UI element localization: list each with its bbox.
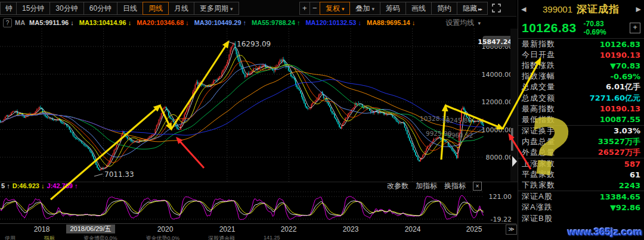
period-button-7[interactable]: 更多周期▾ [194,2,239,15]
add-indicator-button[interactable]: 加指标 [416,181,437,191]
x-tick-2023: 2023 [343,225,359,233]
tool-button-5[interactable]: 画线 [406,2,432,15]
indicator-name: MA [15,19,25,26]
period-button-6[interactable]: 月线 [169,2,194,15]
kdj-tools: 改参数 加指标 换指标 × [387,181,482,191]
prev-stock-icon[interactable]: ◀ [521,5,526,13]
add-to-watchlist-button[interactable]: + [630,23,640,33]
kdj-axis-labels: 121.00-19.22 [489,193,512,223]
quote-label: 最低指数 [522,114,555,125]
svg-text:8000.00: 8000.00 [486,154,513,161]
tool-button-0[interactable]: + [299,2,310,15]
kdj-panel[interactable]: 121.00-19.22 [0,190,518,223]
quote-row-15: 深A涨跌▼92.86 [518,202,644,213]
kdj-k-value: 5 ↑ [1,182,10,189]
quote-row-13: 下跌家数2243 [518,180,644,191]
tool-button-2[interactable]: 复权▾ [320,2,351,15]
change-percent: -0.69% [584,28,606,36]
price-change: -70.83 -0.69% [584,20,606,36]
quote-value: 2243 [619,181,640,190]
quote-label: 深证B股 [522,213,553,224]
quote-value: 10190.13 [600,51,640,60]
period-button-3[interactable]: 60分钟 [84,2,117,15]
grid-lines [0,29,484,182]
quote-value: -0.69% [611,72,641,81]
quote-sidebar: ◀ 399001 深证成指 ▶ 10126.83 -70.83 -0.69% +… [518,0,644,240]
ma-settings-button[interactable]: 设置均线 ▾ [445,18,481,28]
svg-text:121.00: 121.00 [489,193,512,201]
quote-label: 平盘家数 [522,169,555,180]
ma-value-ma5: MA5:9911.96 ↓ [29,19,74,26]
tool-button-3[interactable]: 叠加▾ [350,2,380,15]
svg-text:10000.00: 10000.00 [482,126,513,134]
quote-label: 最高指数 [522,104,555,114]
quote-row-14: 深证A股13384.65 [518,191,644,202]
sidebar-scrollbar[interactable] [510,29,518,182]
quote-label: 深证A股 [522,191,553,202]
svg-text:-19.22: -19.22 [491,216,512,223]
ma-value-ma55: MA55:9788.24 ↑ [252,19,300,26]
fullscreen-icon[interactable] [492,4,501,13]
tool-button-1[interactable]: − [310,2,320,15]
x-tick-2025: 2025 [466,225,482,233]
tool-button-6[interactable]: 简约 [432,2,457,15]
close-icon[interactable]: × [473,182,482,191]
quote-row-11: 上涨家数587 [518,158,644,169]
quote-row-0: 最新指数10126.83 [518,39,644,49]
period-button-0[interactable]: 钟 [0,2,17,15]
svg-text:12000.00: 12000.00 [482,98,513,106]
quote-row-8: 深证换手3.03% [518,125,644,136]
x-tick-2022: 2022 [281,225,297,233]
quote-row-6: 最高指数10190.13 [518,104,644,114]
x-tick-2020: 2020 [157,225,174,233]
chart-toolbar: 钟15分钟30分钟60分钟日线周线月线更多周期▾ +−复权▾叠加▾筹码画线简约隐… [0,0,516,17]
stock-name: 深证成指 [577,2,620,16]
crosshair-date-box: 2018/06/29/五 [66,225,115,233]
quote-label: 指数涨幅 [522,71,555,82]
quote-label: 深A涨跌 [522,202,553,213]
quote-label: 下跌家数 [522,180,555,191]
period-button-4[interactable]: 日线 [117,2,143,15]
strip-item-5: 141.25 [264,235,280,240]
ma-values: MA5:9911.96 ↓MA13:10414.96 ↓MA20:10346.6… [29,19,420,26]
tool-button-7[interactable]: 隐藏▸▸ [457,2,488,15]
stock-code: 399001 [543,4,572,14]
quote-row-5: 总成交额7271.60亿元 [518,92,644,103]
quote-value: 3.03% [614,126,640,135]
change-params-button[interactable]: 改参数 [387,181,408,191]
ma-settings-label: 设置均线 [445,18,474,27]
tool-button-4[interactable]: 筹码 [380,2,406,15]
period-button-group: 钟15分钟30分钟60分钟日线周线月线更多周期▾ [0,2,239,15]
quote-row-10: 外盘总量26527万手 [518,147,644,158]
scroll-right-button[interactable]: ≫ [506,225,517,235]
svg-text:15847.24: 15847.24 [478,38,512,46]
watermark: www.365jz.com [568,226,642,238]
last-price: 10126.83 [522,21,577,35]
quote-value: ▼70.83 [610,61,640,70]
stock-app-window: 钟15分钟30分钟60分钟日线周线月线更多周期▾ +−复权▾叠加▾筹码画线简约隐… [0,0,644,240]
ma-lines [1,47,484,169]
period-button-5[interactable]: 周线 [143,2,169,15]
quote-value: 26527万手 [598,147,640,158]
quote-value: ▼92.86 [610,203,640,212]
stock-title: 399001 深证成指 [543,2,620,16]
candlestick-chart[interactable]: 16000.0014000.0012000.0010000.008000.001… [0,29,518,182]
switch-indicator-button[interactable]: 换指标 [444,181,466,191]
kdj-legend-bar: 5 ↑ D:46.923 ↓ J:42.789 ↑ 改参数 加指标 换指标 × [0,182,516,190]
ma-value-ma13: MA13:10414.96 ↓ [79,19,131,26]
bottom-status-strip: 使用指标资金博弈0.0%资金优势0.0%深股通余额141.25 [0,235,521,240]
quote-label: 上涨家数 [522,158,555,169]
quote-value: 7271.60亿元 [590,93,640,104]
period-button-2[interactable]: 30分钟 [50,2,83,15]
help-icon[interactable]: ? [3,18,12,27]
quote-label: 总成交量 [522,82,555,92]
period-button-1[interactable]: 15分钟 [17,2,50,15]
quote-label: 深证换手 [522,126,555,136]
price-marker-box: 15847.24 [478,36,515,46]
strip-item-4: 深股通余额 [208,235,235,240]
ma-value-ma88: MA88:9695.14 ↓ [367,19,415,26]
kdj-d-value: D:46.923 ↓ [13,182,45,189]
y-axis-labels: 16000.0014000.0012000.0010000.008000.00 [482,43,513,161]
next-stock-icon[interactable]: ▶ [636,5,641,13]
chevron-down-icon: ▾ [478,20,481,26]
